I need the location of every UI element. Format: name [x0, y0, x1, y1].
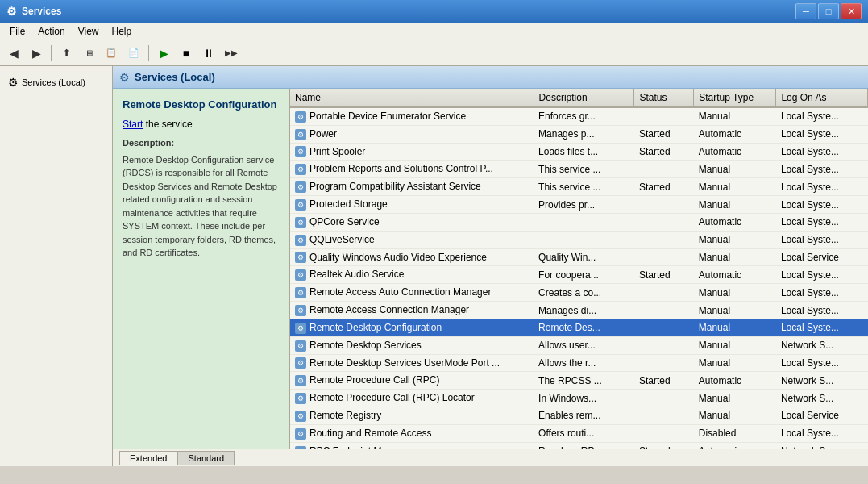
service-desc-cell: Allows user... — [534, 336, 634, 354]
service-name-cell: ⚙Remote Procedure Call (RPC) — [290, 372, 534, 390]
menu-action[interactable]: Action — [31, 24, 71, 39]
service-startup-cell: Manual — [694, 231, 776, 248]
table-row[interactable]: ⚙Remote Access Connection ManagerManages… — [290, 302, 868, 319]
forward-button[interactable]: ▶ — [26, 44, 47, 63]
table-row[interactable]: ⚙QQLiveServiceManualLocal Syste... — [290, 231, 868, 248]
service-logon-cell: Local Syste... — [776, 178, 868, 196]
menu-help[interactable]: Help — [106, 24, 139, 39]
start-service-link[interactable]: Start — [123, 119, 143, 130]
service-desc-cell: The RPCSS ... — [534, 372, 634, 390]
col-header-name[interactable]: Name — [290, 89, 534, 107]
services-table-container[interactable]: Name Description Status Startup Type Log… — [290, 89, 868, 449]
service-startup-cell: Manual — [694, 107, 776, 125]
menu-file[interactable]: File — [3, 24, 31, 39]
service-desc-cell: Creates a co... — [534, 284, 634, 302]
minimize-button[interactable]: ─ — [795, 3, 816, 19]
content-header-icon: ⚙ — [119, 71, 130, 84]
description-title: Description: — [123, 136, 280, 150]
service-name-cell: ⚙Problem Reports and Solutions Control P… — [290, 161, 534, 178]
col-header-desc[interactable]: Description — [534, 89, 634, 107]
content-header: ⚙ Services (Local) — [113, 66, 868, 89]
service-logon-cell: Local Service — [776, 407, 868, 425]
service-name-cell: ⚙RPC Endpoint Mapper — [290, 442, 534, 449]
table-row[interactable]: ⚙QPCore ServiceAutomaticLocal Syste... — [290, 213, 868, 231]
service-icon: ⚙ — [295, 340, 306, 352]
table-row[interactable]: ⚙Remote Procedure Call (RPC)The RPCSS ..… — [290, 372, 868, 390]
service-logon-cell: Local Syste... — [776, 302, 868, 319]
tab-standard[interactable]: Standard — [177, 451, 235, 465]
col-header-startup[interactable]: Startup Type — [694, 89, 776, 107]
sidebar-item-label: Services (Local) — [22, 77, 85, 87]
service-startup-cell: Automatic — [694, 442, 776, 449]
show-component-button[interactable]: 📋 — [101, 44, 122, 63]
table-row[interactable]: ⚙Portable Device Enumerator ServiceEnfor… — [290, 107, 868, 125]
description-text: Remote Desktop Configuration service (RD… — [123, 153, 280, 260]
service-status-cell — [634, 248, 694, 266]
service-name-cell: ⚙Remote Access Connection Manager — [290, 302, 534, 319]
table-row[interactable]: ⚙Remote Desktop ConfigurationRemote Des.… — [290, 319, 868, 336]
service-desc-cell: Offers routi... — [534, 424, 634, 442]
menu-view[interactable]: View — [72, 24, 106, 39]
start-service-line: Start the service — [123, 119, 280, 130]
stop-button[interactable]: ■ — [176, 44, 197, 63]
service-name-text: Routing and Remote Access — [309, 428, 431, 439]
content-area: ⚙ Services (Local) Remote Desktop Config… — [113, 66, 868, 466]
table-row[interactable]: ⚙Remote RegistryEnables rem...ManualLoca… — [290, 407, 868, 425]
service-name-cell: ⚙QPCore Service — [290, 213, 534, 231]
service-name-text: QQLiveService — [309, 234, 375, 245]
service-name-cell: ⚙Remote Registry — [290, 407, 534, 425]
table-row[interactable]: ⚙Remote Access Auto Connection ManagerCr… — [290, 284, 868, 302]
service-name-cell: ⚙Routing and Remote Access — [290, 424, 534, 442]
service-name-cell: ⚙Quality Windows Audio Video Experience — [290, 248, 534, 266]
tab-extended[interactable]: Extended — [119, 451, 177, 465]
table-row[interactable]: ⚙Remote Desktop Services UserMode Port .… — [290, 354, 868, 372]
service-logon-cell: Local Syste... — [776, 196, 868, 214]
service-status-cell — [634, 424, 694, 442]
show-component2-button[interactable]: 📄 — [123, 44, 144, 63]
col-header-logon[interactable]: Log On As — [776, 89, 868, 107]
show-console-button[interactable]: 🖥 — [78, 44, 99, 63]
table-row[interactable]: ⚙Remote Desktop ServicesAllows user...Ma… — [290, 336, 868, 354]
up-button[interactable]: ⬆ — [56, 44, 77, 63]
service-desc-cell: This service ... — [534, 178, 634, 196]
service-status-cell — [634, 284, 694, 302]
service-startup-cell: Manual — [694, 178, 776, 196]
title-bar-label: Services — [22, 6, 61, 17]
table-row[interactable]: ⚙Realtek Audio ServiceFor coopera...Star… — [290, 266, 868, 284]
service-name-text: Protected Storage — [309, 198, 388, 210]
table-row[interactable]: ⚙RPC Endpoint MapperResolves RP...Starte… — [290, 442, 868, 449]
close-button[interactable]: ✕ — [841, 3, 862, 19]
service-name-text: Print Spooler — [309, 146, 365, 157]
table-row[interactable]: ⚙Program Compatibility Assistant Service… — [290, 178, 868, 196]
table-row[interactable]: ⚙PowerManages p...StartedAutomaticLocal … — [290, 125, 868, 143]
service-status-cell: Started — [634, 266, 694, 284]
service-logon-cell: Local Syste... — [776, 319, 868, 336]
service-startup-cell: Automatic — [694, 125, 776, 143]
play-button[interactable]: ▶ — [153, 44, 174, 63]
maximize-button[interactable]: □ — [818, 3, 839, 19]
col-header-status[interactable]: Status — [634, 89, 694, 107]
service-name-cell: ⚙Remote Desktop Configuration — [290, 319, 534, 336]
service-name-cell: ⚙Program Compatibility Assistant Service — [290, 178, 534, 196]
service-icon: ⚙ — [295, 146, 306, 157]
table-row[interactable]: ⚙Remote Procedure Call (RPC) LocatorIn W… — [290, 390, 868, 407]
table-row[interactable]: ⚙Routing and Remote AccessOffers routi..… — [290, 424, 868, 442]
sidebar-item-services-local[interactable]: ⚙ Services (Local) — [3, 73, 109, 92]
table-row[interactable]: ⚙Quality Windows Audio Video ExperienceQ… — [290, 248, 868, 266]
service-desc-cell: Provides pr... — [534, 196, 634, 214]
service-logon-cell: Local Syste... — [776, 125, 868, 143]
service-desc-cell: Resolves RP... — [534, 442, 634, 449]
back-button[interactable]: ◀ — [3, 44, 24, 63]
pause-button[interactable]: ⏸ — [198, 44, 219, 63]
table-row[interactable]: ⚙Protected StorageProvides pr...ManualLo… — [290, 196, 868, 214]
service-status-cell: Started — [634, 178, 694, 196]
table-row[interactable]: ⚙Problem Reports and Solutions Control P… — [290, 161, 868, 178]
service-name-text: Remote Registry — [309, 410, 381, 421]
service-startup-cell: Automatic — [694, 372, 776, 390]
service-name-text: Remote Desktop Configuration — [309, 322, 442, 333]
service-icon: ⚙ — [295, 305, 306, 316]
service-startup-cell: Disabled — [694, 424, 776, 442]
table-row[interactable]: ⚙Print SpoolerLoads files t...StartedAut… — [290, 143, 868, 161]
resume-button[interactable]: ▶▶ — [221, 44, 242, 63]
service-desc-cell: This service ... — [534, 161, 634, 178]
